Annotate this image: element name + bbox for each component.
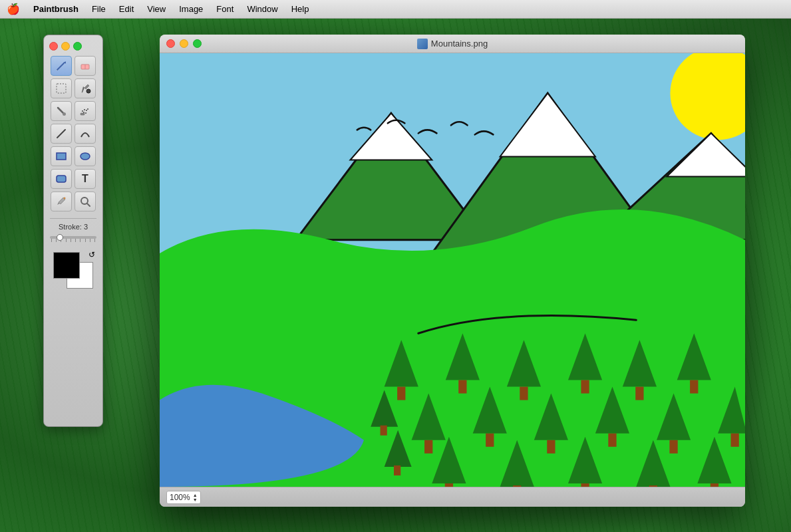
eyedropper-tool[interactable] (51, 192, 72, 211)
menu-file[interactable]: File (85, 4, 112, 14)
text-tool[interactable]: T (75, 169, 96, 189)
zoom-value: 100% (170, 493, 190, 502)
tool-row-4 (51, 124, 96, 144)
svg-rect-39 (581, 380, 589, 394)
svg-rect-69 (394, 466, 400, 475)
eraser-tool[interactable] (75, 56, 96, 76)
svg-rect-37 (520, 387, 528, 400)
rectangle-icon (55, 150, 67, 162)
svg-rect-35 (458, 380, 466, 394)
zoom-arrows[interactable]: ▲ ▼ (193, 493, 198, 502)
foreground-color-swatch[interactable] (53, 252, 80, 279)
curve-tool[interactable] (75, 124, 96, 144)
apple-menu[interactable]: 🍎 (0, 3, 27, 15)
svg-rect-53 (669, 440, 677, 454)
line-icon (55, 128, 67, 140)
svg-rect-41 (635, 387, 643, 400)
svg-rect-63 (649, 485, 657, 487)
zoom-up-arrow: ▲ (193, 493, 198, 497)
canvas-container[interactable] (160, 53, 745, 487)
tick-1 (51, 239, 52, 242)
tool-row-3 (51, 101, 96, 121)
window-title-text: Mountains.png (431, 39, 488, 49)
svg-rect-57 (445, 483, 453, 487)
text-icon: T (82, 173, 88, 185)
window-title: Mountains.png (417, 39, 488, 49)
close-button[interactable] (166, 39, 175, 48)
tick-4 (66, 239, 67, 242)
brush-tool[interactable] (51, 101, 72, 121)
svg-rect-49 (547, 440, 555, 454)
toolbox-close-button[interactable] (49, 42, 58, 51)
apple-icon: 🍎 (7, 3, 20, 15)
tool-row-6: T (51, 169, 96, 189)
svg-point-20 (64, 198, 66, 200)
menu-window[interactable]: Window (240, 4, 284, 14)
ellipse-tool[interactable] (75, 146, 96, 166)
svg-line-7 (58, 108, 63, 113)
svg-line-0 (57, 63, 65, 70)
svg-rect-61 (581, 483, 589, 487)
drawing-canvas[interactable] (160, 53, 745, 487)
stroke-slider[interactable] (50, 236, 96, 239)
menu-image[interactable]: Image (172, 4, 210, 14)
tool-separator (50, 218, 96, 219)
zoom-down-arrow: ▼ (193, 497, 198, 502)
app-name[interactable]: Paintbrush (27, 4, 85, 14)
svg-line-16 (57, 130, 65, 138)
brush-icon (55, 105, 67, 117)
magnifier-tool[interactable] (75, 192, 96, 211)
svg-point-8 (63, 112, 66, 116)
tick-10 (94, 239, 95, 242)
svg-rect-19 (57, 176, 66, 182)
rounded-rect-icon (55, 173, 67, 185)
svg-point-9 (82, 110, 83, 112)
svg-point-11 (86, 110, 87, 111)
toolbox-min-button[interactable] (61, 42, 70, 51)
eyedropper-icon (55, 196, 67, 207)
spray-tool[interactable] (75, 101, 96, 121)
window-titlebar: Mountains.png (160, 35, 745, 53)
svg-rect-33 (397, 387, 405, 400)
tick-7 (80, 239, 80, 242)
svg-point-10 (84, 109, 85, 110)
selection-tool[interactable] (51, 78, 72, 98)
selection-icon (55, 82, 67, 94)
tool-row-7 (51, 192, 96, 211)
rectangle-tool[interactable] (51, 146, 72, 166)
swap-colors-icon[interactable]: ↺ (88, 250, 95, 259)
svg-rect-5 (57, 84, 66, 93)
bucket-icon (79, 82, 91, 94)
tick-6 (75, 239, 76, 242)
tick-8 (85, 239, 86, 242)
svg-rect-65 (711, 483, 718, 487)
svg-point-18 (80, 153, 90, 160)
paint-bucket-tool[interactable] (75, 78, 96, 98)
pencil-tool[interactable] (51, 56, 72, 76)
svg-rect-59 (513, 485, 521, 487)
stroke-slider-container (50, 233, 96, 242)
stroke-thumb[interactable] (57, 234, 63, 241)
menu-edit[interactable]: Edit (112, 4, 140, 14)
menu-font[interactable]: Font (210, 4, 240, 14)
menu-view[interactable]: View (140, 4, 172, 14)
statusbar: 100% ▲ ▼ (160, 487, 745, 507)
maximize-button[interactable] (193, 39, 202, 48)
svg-point-6 (86, 89, 90, 93)
document-icon (417, 39, 428, 49)
menu-help[interactable]: Help (285, 4, 316, 14)
titlebar-buttons (166, 39, 202, 48)
rounded-rect-tool[interactable] (51, 169, 72, 189)
curve-icon (79, 128, 91, 140)
svg-rect-51 (608, 434, 616, 447)
svg-marker-1 (65, 61, 66, 64)
svg-point-14 (87, 108, 88, 110)
stroke-label: Stroke: 3 (59, 223, 88, 231)
line-tool[interactable] (51, 124, 72, 144)
svg-rect-17 (57, 153, 66, 160)
toolbox-max-button[interactable] (73, 42, 82, 51)
zoom-control[interactable]: 100% ▲ ▼ (166, 491, 201, 504)
svg-rect-55 (731, 434, 739, 447)
magnifier-icon (79, 196, 91, 207)
minimize-button[interactable] (180, 39, 188, 48)
